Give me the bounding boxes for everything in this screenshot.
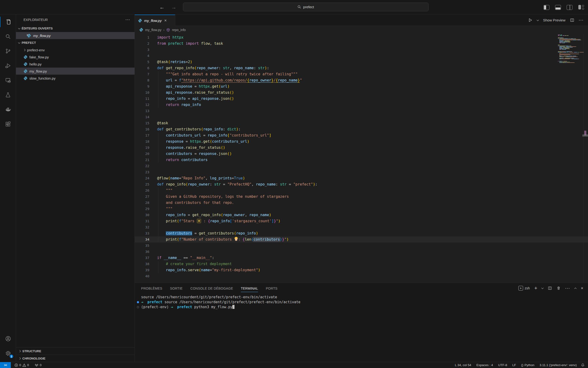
code-line-36: 36 (135, 249, 588, 255)
tab-my-flow[interactable]: my_flow.py × (135, 15, 175, 26)
panel-more-actions-icon[interactable]: ··· (565, 286, 570, 290)
run-file-icon[interactable] (528, 18, 533, 22)
code-line-28: 28 and contributors for that repo. (135, 200, 588, 206)
docker-icon[interactable] (0, 102, 16, 117)
settings-gear-icon[interactable]: 1 (0, 346, 16, 360)
ports-status[interactable]: 0 (33, 362, 43, 368)
terminal-line-1: source /Users/henricourdent/git/prefect/… (135, 295, 588, 300)
code-line-40: 40 (135, 273, 588, 279)
code-line-9: 9 api_response = httpx.get(url) (135, 83, 588, 90)
show-preview-button[interactable]: Show Preview (543, 18, 565, 22)
python-file-icon (24, 76, 27, 80)
explorer-tree: prefect-envfake_flow.pyhello.pymy_flow.p… (16, 46, 134, 82)
code-line-24: 24@flow(name="Repo Info", log_prints=Tru… (135, 175, 588, 181)
eol-status[interactable]: LF (511, 363, 517, 367)
editor-more-actions-icon[interactable]: ··· (579, 18, 584, 22)
encoding-status[interactable]: UTF-8 (497, 363, 508, 367)
tree-item-hello.py[interactable]: hello.py (16, 61, 134, 68)
code-line-37: 37if __name__ == "__main__": (135, 255, 588, 261)
code-line-10: 10 api_response.raise_for_status() (135, 90, 588, 96)
breadcrumb-symbol[interactable]: repo_info (172, 28, 185, 32)
terminal-line-3: (prefect-env) → prefect python3 my_flow.… (135, 305, 588, 310)
breadcrumb-file[interactable]: my_flow.py (145, 28, 161, 32)
close-editor-icon[interactable]: × (26, 33, 29, 37)
open-editors-list: ×my_flow.py (16, 32, 134, 39)
explorer-more-actions-icon[interactable]: ··· (126, 18, 130, 22)
notifications-bell-icon[interactable] (581, 363, 585, 367)
panel-tab-problèmes[interactable]: PROBLÈMES (141, 283, 162, 294)
symbol-method-icon (166, 28, 170, 32)
panel-tabs: PROBLÈMESSORTIECONSOLE DE DÉBOGAGETERMIN… (141, 283, 278, 294)
panel-tab-console-de-débogage[interactable]: CONSOLE DE DÉBOGAGE (191, 283, 233, 294)
code-line-35: 35 (135, 242, 588, 249)
language-mode-status[interactable]: {} Python (520, 363, 535, 367)
run-dropdown-icon[interactable] (537, 18, 539, 21)
toggle-panel-icon[interactable] (555, 5, 561, 10)
editor-group: my_flow.py × Show Preview ··· my_flow.py… (135, 15, 588, 362)
open-editors-section-header[interactable]: ÉDITEURS OUVERTS (16, 25, 134, 32)
remote-indicator[interactable]: >< (0, 362, 11, 368)
code-line-1: 1import httpx (135, 34, 588, 40)
close-panel-icon[interactable]: × (581, 286, 583, 291)
tree-item-fake_flow.py[interactable]: fake_flow.py (16, 54, 134, 61)
python-file-icon (24, 55, 27, 59)
extensions-icon[interactable] (0, 117, 16, 131)
testing-beaker-icon[interactable] (0, 88, 16, 102)
bottom-panel: PROBLÈMESSORTIECONSOLE DE DÉBOGAGETERMIN… (135, 283, 588, 362)
editor-tab-bar: my_flow.py × Show Preview ··· (135, 15, 588, 26)
python-file-icon (139, 28, 143, 32)
search-icon[interactable] (0, 29, 16, 44)
panel-tab-sortie[interactable]: SORTIE (170, 283, 183, 294)
tree-item-prefect-env[interactable]: prefect-env (16, 46, 134, 54)
code-line-4: 4 (135, 53, 588, 59)
run-and-debug-icon[interactable] (0, 58, 16, 73)
python-interpreter-status[interactable]: 3.11.1 ('prefect-env': venv) (539, 363, 578, 367)
nav-back-button[interactable]: ← (158, 3, 166, 11)
panel-tab-terminal[interactable]: TERMINAL (241, 283, 258, 294)
code-line-38: 38 # create your first deployment (135, 261, 588, 267)
kill-terminal-icon[interactable] (556, 286, 561, 290)
terminal[interactable]: source /Users/henricourdent/git/prefect/… (135, 295, 588, 362)
accounts-icon[interactable] (0, 331, 16, 346)
tab-close-icon[interactable]: × (164, 18, 167, 23)
toggle-secondary-sidebar-icon[interactable] (567, 5, 572, 10)
code-line-15: 15@task (135, 120, 588, 126)
python-file-icon (138, 18, 142, 23)
panel-tab-ports[interactable]: PORTS (266, 283, 277, 294)
workspace-section-header[interactable]: PREFECT (16, 39, 134, 46)
indentation-status[interactable]: Espaces : 4 (475, 363, 494, 367)
tree-item-slow_function.py[interactable]: slow_function.py (16, 75, 134, 82)
code-line-23: 23 (135, 169, 588, 175)
status-bar: >< 0 0 0 L 34, col 54 Espaces : 4 UTF-8 … (0, 362, 588, 368)
new-terminal-icon[interactable]: + (534, 285, 537, 291)
sidebar-section-structure[interactable]: STRUCTURE (16, 347, 134, 355)
split-editor-icon[interactable] (570, 18, 574, 22)
terminal-shell-selector[interactable]: > zsh (518, 286, 530, 291)
terminal-dropdown-icon[interactable] (541, 287, 544, 289)
command-center-search[interactable]: prefect (183, 3, 429, 11)
nav-forward-button[interactable]: → (170, 3, 178, 11)
search-icon (298, 5, 301, 9)
sidebar-section-chronologie[interactable]: CHRONOLOGIE (16, 355, 134, 362)
code-line-19: 19 response.raise_for_status() (135, 145, 588, 151)
code-editor[interactable]: 1import httpx2from prefect import flow, … (135, 34, 588, 283)
split-terminal-icon[interactable] (548, 286, 552, 290)
source-control-icon[interactable] (0, 44, 16, 58)
braces-icon: {} (521, 363, 523, 367)
customize-layout-icon[interactable] (578, 5, 584, 10)
problems-status[interactable]: 0 0 (13, 362, 31, 368)
open-editor-my_flow.py[interactable]: ×my_flow.py (16, 32, 134, 39)
toggle-sidebar-icon[interactable] (544, 5, 549, 10)
code-line-34: 34 print(f"Number of contributors : {len… (135, 236, 588, 242)
chevron-right-icon (18, 350, 21, 352)
explorer-icon[interactable] (0, 15, 16, 29)
command-decoration-icon (137, 301, 139, 303)
warning-icon (22, 363, 26, 367)
settings-badge: 1 (9, 354, 14, 359)
maximize-panel-icon[interactable] (574, 287, 577, 290)
code-line-30: 30 repo_info = get_repo_info(repo_owner,… (135, 212, 588, 218)
tree-item-my_flow.py[interactable]: my_flow.py (16, 68, 134, 75)
code-line-13: 13 (135, 108, 588, 114)
cursor-position-status[interactable]: L 34, col 54 (454, 363, 472, 367)
remote-explorer-icon[interactable] (0, 73, 16, 88)
